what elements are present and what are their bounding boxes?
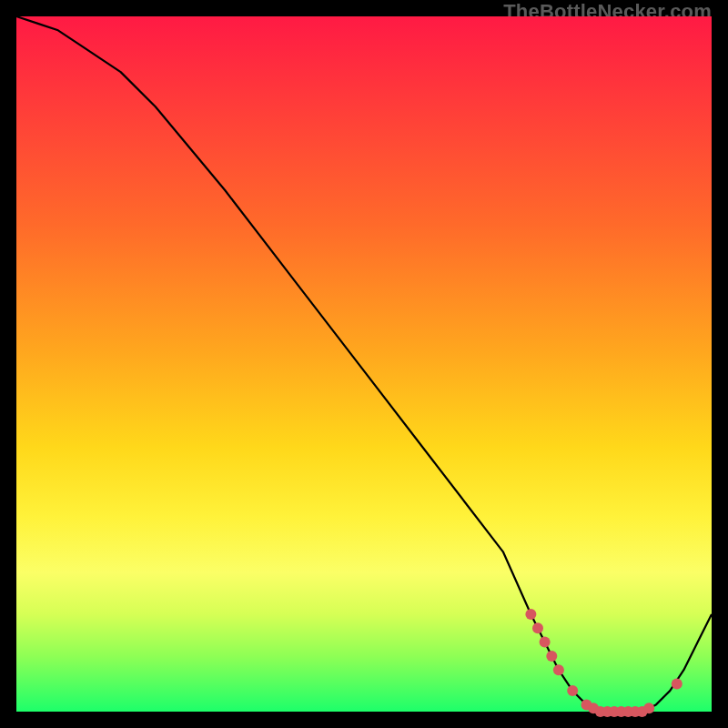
data-marker <box>553 664 564 675</box>
chart-frame: TheBottleNecker.com <box>0 0 728 728</box>
curve-path <box>16 16 712 712</box>
curve-line <box>16 16 712 712</box>
plot-area <box>16 16 712 712</box>
data-marker <box>567 685 578 696</box>
data-marker <box>525 609 536 620</box>
data-marker <box>643 703 654 713</box>
data-marker <box>532 622 543 633</box>
data-marker <box>672 678 682 689</box>
chart-svg <box>16 16 712 712</box>
data-marker <box>546 651 557 662</box>
data-marker <box>540 637 551 648</box>
